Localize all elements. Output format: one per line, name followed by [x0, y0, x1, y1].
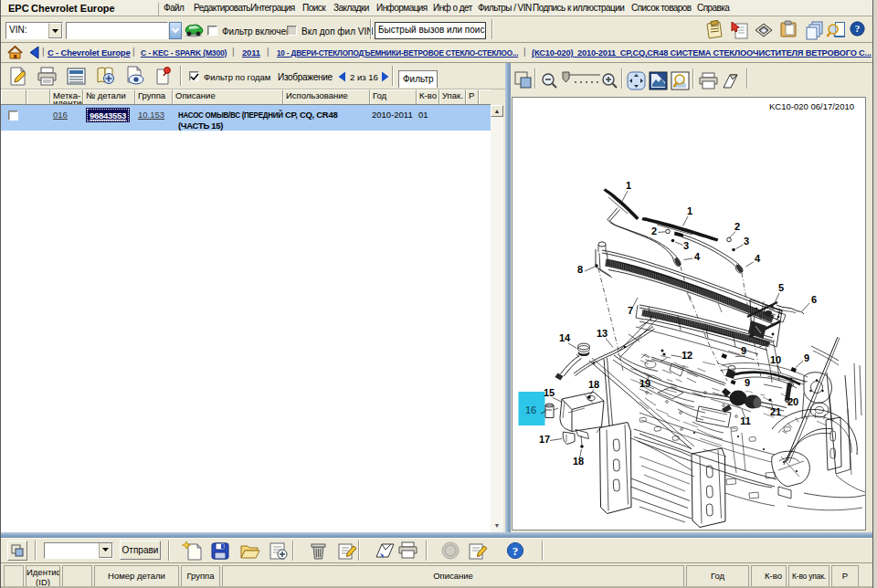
svg-text:1: 1 — [687, 205, 692, 216]
svg-text:2: 2 — [734, 221, 740, 232]
svg-text:18: 18 — [588, 379, 599, 390]
svg-text:15: 15 — [544, 387, 555, 398]
svg-text:1: 1 — [626, 180, 631, 191]
svg-text:10: 10 — [770, 354, 781, 365]
svg-text:4: 4 — [694, 251, 701, 262]
svg-text:14: 14 — [559, 332, 571, 343]
svg-text:3: 3 — [744, 236, 749, 247]
svg-text:20: 20 — [787, 396, 798, 407]
svg-text:9: 9 — [804, 352, 809, 363]
svg-text:9: 9 — [741, 345, 746, 356]
svg-text:16: 16 — [525, 404, 536, 415]
svg-text:4: 4 — [755, 253, 761, 264]
svg-text:9: 9 — [745, 377, 750, 388]
svg-text:8: 8 — [577, 264, 583, 275]
svg-text:17: 17 — [539, 434, 550, 445]
svg-text:6: 6 — [811, 294, 817, 305]
svg-text:3: 3 — [683, 240, 689, 251]
svg-text:5: 5 — [778, 282, 784, 293]
svg-text:?: ? — [512, 544, 519, 558]
svg-text:13: 13 — [597, 328, 608, 339]
svg-text:2: 2 — [651, 226, 657, 236]
svg-text:12: 12 — [682, 350, 692, 361]
svg-text:21: 21 — [770, 406, 781, 417]
svg-text:11: 11 — [740, 415, 751, 426]
svg-text:18: 18 — [573, 456, 584, 467]
svg-text:19: 19 — [639, 378, 650, 389]
svg-text:?: ? — [855, 23, 861, 34]
svg-text:7: 7 — [628, 305, 633, 316]
